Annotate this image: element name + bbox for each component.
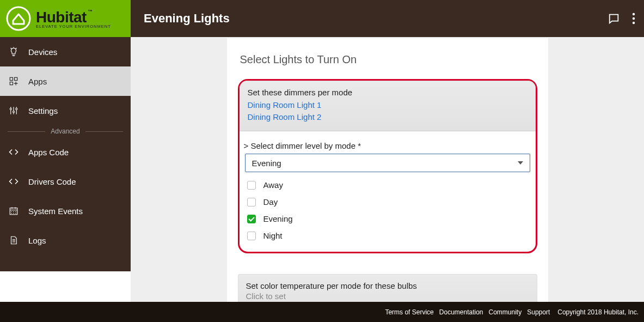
sidebar-item-label: Settings [28, 106, 58, 116]
dimmer-panel[interactable]: Set these dimmers per mode Dining Room L… [240, 81, 536, 131]
svg-point-3 [633, 22, 635, 24]
sidebar-item-label: Drivers Code [28, 177, 76, 186]
topbar-actions [608, 13, 644, 25]
svg-rect-4 [10, 77, 13, 80]
color-temp-header: Set color temperature per mode for these… [246, 281, 529, 290]
option-label: Day [263, 197, 278, 206]
main-content: Select Lights to Turn On Set these dimme… [131, 37, 644, 302]
mode-select[interactable]: Evening [245, 154, 530, 172]
sidebar-item-settings[interactable]: Settings [0, 96, 131, 125]
checkbox[interactable] [247, 181, 256, 190]
code-icon [8, 147, 20, 157]
color-temp-panel[interactable]: Set color temperature per mode for these… [238, 274, 537, 305]
dimmer-link-2[interactable]: Dining Room Light 2 [248, 111, 528, 123]
footer-link-community[interactable]: Community [489, 308, 522, 316]
footer-link-support[interactable]: Support [527, 308, 550, 316]
svg-point-1 [633, 13, 635, 15]
sidebar-item-devices[interactable]: Devices [0, 37, 131, 66]
option-day[interactable]: Day [245, 193, 530, 210]
sidebar: Devices Apps Settings Advanced Apps Code… [0, 37, 131, 271]
highlight-box: Set these dimmers per mode Dining Room L… [238, 79, 537, 253]
svg-rect-5 [15, 77, 17, 80]
hubitat-logo-icon [5, 5, 32, 32]
kebab-menu-icon[interactable] [632, 13, 635, 25]
calendar-icon [8, 206, 20, 216]
sidebar-item-drivers-code[interactable]: Drivers Code [0, 167, 131, 196]
checkbox-checked[interactable] [247, 215, 256, 223]
lightbulb-icon [8, 47, 20, 57]
sidebar-item-label: Apps [28, 77, 47, 86]
sidebar-item-label: Logs [28, 236, 46, 245]
option-label: Away [263, 180, 283, 190]
footer-copyright: Copyright 2018 Hubitat, Inc. [557, 308, 639, 316]
section-title: Select Lights to Turn On [238, 53, 537, 66]
topbar: Hubitat™ ELEVATE YOUR ENVIRONMENT Evenin… [0, 0, 644, 37]
sidebar-item-label: Devices [28, 47, 57, 57]
sidebar-item-apps[interactable]: Apps [0, 66, 131, 96]
sidebar-item-apps-code[interactable]: Apps Code [0, 137, 131, 167]
svg-point-0 [7, 7, 30, 30]
option-night[interactable]: Night [245, 227, 530, 244]
page-title: Evening Lights [144, 11, 230, 26]
option-away[interactable]: Away [245, 177, 530, 193]
checkbox[interactable] [247, 198, 256, 206]
chat-icon[interactable] [608, 13, 620, 25]
select-label: > Select dimmer level by mode * [244, 141, 528, 150]
chevron-down-icon [518, 161, 523, 165]
svg-point-8 [13, 111, 15, 113]
sidebar-item-system-events[interactable]: System Events [0, 196, 131, 226]
footer-link-docs[interactable]: Documentation [439, 308, 483, 316]
brand-text: Hubitat™ ELEVATE YOUR ENVIRONMENT [36, 9, 111, 29]
sidebar-item-label: Apps Code [28, 148, 69, 157]
option-evening[interactable]: Evening [245, 210, 530, 227]
select-value: Evening [252, 159, 281, 168]
sliders-icon [8, 106, 20, 116]
svg-point-9 [16, 108, 17, 110]
footer-link-tos[interactable]: Terms of Service [385, 308, 433, 316]
brand-logo[interactable]: Hubitat™ ELEVATE YOUR ENVIRONMENT [0, 0, 131, 37]
checkbox[interactable] [247, 232, 256, 240]
code-icon [8, 177, 20, 186]
document-icon [8, 235, 20, 245]
svg-rect-6 [10, 82, 13, 85]
advanced-divider: Advanced [0, 125, 131, 137]
apps-icon [8, 76, 20, 86]
footer: Terms of Service Documentation Community… [0, 302, 644, 322]
color-temp-sub: Click to set [246, 291, 529, 301]
sidebar-item-label: System Events [28, 206, 83, 216]
dimmer-link-1[interactable]: Dining Room Light 1 [248, 99, 528, 111]
svg-point-2 [633, 17, 635, 20]
mode-options: Away Day Evening Night [245, 177, 530, 244]
option-label: Night [263, 231, 283, 240]
dimmer-panel-header: Set these dimmers per mode [248, 88, 528, 97]
config-card: Select Lights to Turn On Set these dimme… [227, 38, 548, 302]
sidebar-item-logs[interactable]: Logs [0, 226, 131, 255]
svg-point-7 [10, 108, 11, 110]
option-label: Evening [263, 214, 293, 223]
